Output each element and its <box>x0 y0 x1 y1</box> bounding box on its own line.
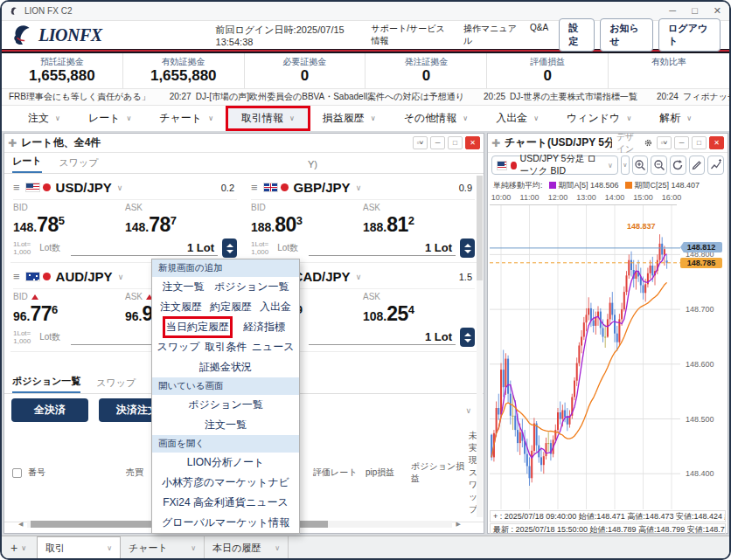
taskbar-tab[interactable]: チャート∨ <box>121 536 205 560</box>
header-link[interactable]: Q&A <box>530 23 548 47</box>
menu-item[interactable]: 注文∨ <box>14 107 74 129</box>
dropdown-item[interactable]: ポジション一覧 <box>188 398 262 412</box>
header-button[interactable]: ログアウト <box>658 18 721 52</box>
scrollbar-thumb[interactable] <box>477 176 483 280</box>
minimize-icon[interactable]: ─ <box>674 136 689 149</box>
news-item[interactable]: 20:25DJ-世界の主要株式市場指標一覧 <box>484 91 637 103</box>
minimize-icon[interactable]: ─ <box>669 6 676 16</box>
menu-item[interactable]: 取引情報∨ <box>227 107 309 129</box>
dropdown-item[interactable]: 注文一覧 <box>205 418 247 432</box>
menu-item[interactable]: その他情報∨ <box>390 107 482 129</box>
chart-area[interactable]: 10:0011:0012:0013:0014:0015:0016:00 148.… <box>490 192 726 509</box>
chart-symbol-select[interactable]: USD/JPY 5分足 ローソク BID ∨ <box>491 156 618 175</box>
ask-quote-button[interactable]: ASK188.812 <box>363 203 475 237</box>
layout-icon[interactable]: ▫˅ <box>413 136 428 149</box>
menu-item[interactable]: チャート∨ <box>145 107 227 129</box>
bid-quote-button[interactable]: BID96.776 <box>13 292 125 326</box>
dropdown-item[interactable]: FXi24 高金利通貨ニュース <box>163 495 289 510</box>
chevron-down-icon[interactable]: ∨ <box>118 273 124 281</box>
dropdown-item[interactable]: 経済指標 <box>243 320 285 335</box>
rates-tab[interactable]: スワップ <box>59 156 99 173</box>
chevron-down-icon[interactable]: ∨ <box>117 183 123 192</box>
menu-icon[interactable]: ≡ <box>251 181 258 194</box>
stepper-up-icon[interactable] <box>226 244 233 247</box>
close-icon[interactable]: ✕ <box>709 136 724 149</box>
chevron-down-icon[interactable]: ∨ <box>356 183 362 192</box>
dropdown-item[interactable]: 取引条件 <box>205 340 247 355</box>
dropdown-item[interactable]: スワップ <box>157 340 200 355</box>
menu-item[interactable]: 解析∨ <box>645 107 706 129</box>
news-item[interactable]: FRB理事会にも等しく責任がある」 <box>9 91 150 103</box>
stepper-up-icon[interactable] <box>464 333 471 336</box>
news-item[interactable]: 20:27DJ-[市場の声]欧州委員会のBBVA・Sabadell案件への対応は… <box>170 91 464 103</box>
scroll-right-icon[interactable]: ▶ <box>456 521 461 528</box>
positions-tab[interactable]: ポジション一覧 <box>12 375 80 393</box>
menu-icon[interactable]: ≡ <box>13 181 20 194</box>
chevron-down-icon[interactable]: ∨ <box>21 544 26 552</box>
dropdown-item[interactable]: 入出金 <box>260 300 291 315</box>
ask-quote-button[interactable]: ASK108.254 <box>363 292 475 326</box>
menu-icon[interactable]: ≡ <box>13 270 20 283</box>
maximize-icon[interactable]: □ <box>448 136 463 149</box>
header-button[interactable]: 設定 <box>559 18 595 52</box>
zoom-out-button[interactable] <box>651 156 667 175</box>
zoom-in-button[interactable] <box>632 156 649 175</box>
symbol-options-button[interactable]: ∨ <box>621 156 630 175</box>
vertical-scrollbar[interactable] <box>477 176 483 517</box>
stepper-down-icon[interactable] <box>464 339 471 342</box>
stepper-down-icon[interactable] <box>464 250 471 253</box>
design-button[interactable]: デザイン <box>616 131 640 156</box>
select-all-checkbox[interactable] <box>12 468 22 478</box>
close-icon[interactable]: ✕ <box>465 136 480 149</box>
lot-input[interactable]: 1 Lot <box>309 241 456 256</box>
lot-input[interactable]: 1 Lot <box>309 330 456 345</box>
scroll-left-icon[interactable]: ◀ <box>18 521 23 528</box>
dropdown-item[interactable]: 注文履歴 <box>160 300 202 315</box>
rates-tab[interactable]: レート <box>12 155 42 173</box>
dropdown-item[interactable]: ポジション一覧 <box>214 280 289 294</box>
header-link[interactable]: サポート/サービス情報 <box>371 23 453 47</box>
dropdown-item[interactable]: 当日約定履歴 <box>166 320 229 335</box>
dropdown-item[interactable]: ニュース <box>252 340 295 355</box>
move-icon[interactable]: ✚ <box>8 137 17 149</box>
dropdown-item[interactable]: グローバルマーケット情報 <box>162 515 289 530</box>
positions-tab[interactable]: スワップ <box>96 377 136 393</box>
stepper-down-icon[interactable] <box>226 250 233 253</box>
lot-stepper[interactable] <box>460 328 475 347</box>
ask-quote-button[interactable]: ASK148.787 <box>125 203 237 237</box>
menu-item[interactable]: ウィンドウ∨ <box>553 107 645 129</box>
header-link[interactable]: 操作マニュアル <box>463 23 519 47</box>
stepper-up-icon[interactable] <box>464 244 471 247</box>
menu-item[interactable]: レート∨ <box>74 107 145 129</box>
news-item[interactable]: 20:24フィボナッチ (4) <box>657 91 729 103</box>
chevron-down-icon[interactable]: ∨ <box>356 273 362 281</box>
lot-stepper[interactable] <box>460 239 475 258</box>
taskbar-tab[interactable]: 取引∨ <box>37 536 121 560</box>
layout-icon[interactable]: ▫˅ <box>657 136 672 149</box>
maximize-icon[interactable]: □ <box>692 6 698 16</box>
chart-canvas[interactable]: 148.837 <box>490 205 680 509</box>
header-button[interactable]: お知らせ <box>600 18 653 52</box>
lot-input[interactable]: 1 Lot <box>71 241 218 256</box>
close-icon[interactable]: ✕ <box>714 6 721 16</box>
dropdown-item[interactable]: 注文一覧 <box>163 280 205 294</box>
lot-stepper[interactable] <box>222 239 237 258</box>
taskbar-tab[interactable]: 本日の履歴∨ <box>205 536 289 560</box>
dropdown-item[interactable]: 証拠金状況 <box>199 360 252 375</box>
move-icon[interactable]: ✚ <box>491 137 500 149</box>
bid-quote-button[interactable]: BID188.803 <box>251 203 363 237</box>
trendline-button[interactable] <box>707 156 724 175</box>
menu-item[interactable]: 損益履歴∨ <box>309 107 390 129</box>
menu-item[interactable]: 入出金∨ <box>482 107 553 129</box>
dropdown-item[interactable]: 小林芳彦のマーケットナビ <box>162 475 289 490</box>
dropdown-item[interactable]: LION分析ノート <box>187 455 265 470</box>
gear-icon[interactable] <box>644 137 652 149</box>
dropdown-item[interactable]: 約定履歴 <box>210 300 252 315</box>
add-tab-icon[interactable]: + <box>10 541 17 555</box>
minimize-icon[interactable]: ─ <box>430 136 445 149</box>
draw-pencil-button[interactable] <box>689 156 706 175</box>
bid-quote-button[interactable]: BID148.785 <box>13 203 125 237</box>
refresh-button[interactable] <box>670 156 686 175</box>
positions-action-button[interactable]: 全決済 <box>11 398 88 422</box>
maximize-icon[interactable]: □ <box>692 136 707 149</box>
